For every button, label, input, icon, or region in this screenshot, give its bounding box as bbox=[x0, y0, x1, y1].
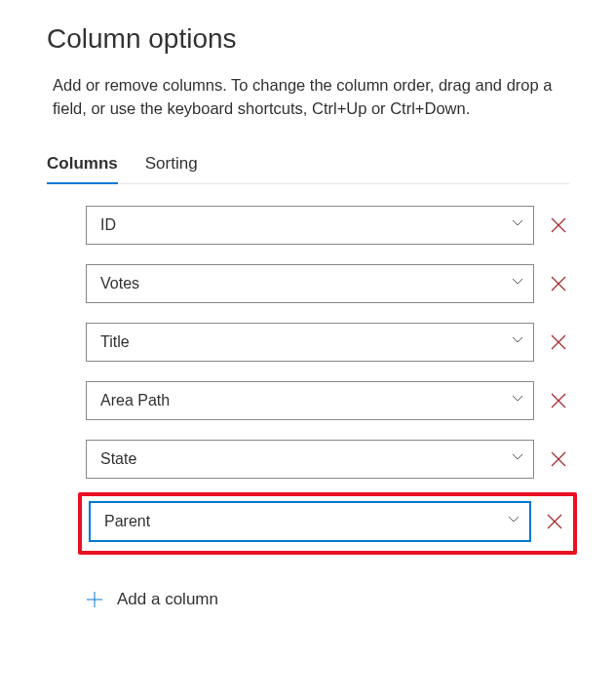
column-value: Votes bbox=[100, 275, 139, 292]
remove-column-button[interactable] bbox=[544, 511, 565, 532]
add-column-button[interactable]: Add a column bbox=[86, 590, 569, 609]
column-combo-id[interactable]: ID bbox=[86, 206, 534, 245]
column-value: ID bbox=[100, 216, 116, 234]
chevron-down-icon bbox=[508, 516, 520, 527]
tabs: Columns Sorting bbox=[47, 148, 569, 184]
column-value: State bbox=[100, 450, 136, 468]
column-combo-parent[interactable]: Parent bbox=[90, 502, 530, 541]
chevron-down-icon bbox=[512, 395, 523, 407]
plus-icon bbox=[86, 591, 103, 608]
tab-sorting[interactable]: Sorting bbox=[145, 148, 198, 183]
description-text: Add or remove columns. To change the col… bbox=[53, 74, 569, 121]
column-combo-area-path[interactable]: Area Path bbox=[86, 381, 534, 420]
chevron-down-icon bbox=[512, 453, 523, 465]
column-row: ID bbox=[86, 206, 569, 245]
chevron-down-icon bbox=[512, 336, 523, 348]
column-row: Area Path bbox=[86, 381, 569, 420]
chevron-down-icon bbox=[512, 219, 523, 231]
column-row-highlighted: Parent bbox=[78, 492, 577, 555]
column-combo-title[interactable]: Title bbox=[86, 323, 534, 362]
column-value: Parent bbox=[104, 513, 150, 530]
remove-column-button[interactable] bbox=[548, 273, 569, 294]
remove-column-button[interactable] bbox=[548, 390, 569, 411]
page-title: Column options bbox=[47, 23, 569, 55]
add-column-label: Add a column bbox=[117, 590, 218, 609]
column-row: Title bbox=[86, 323, 569, 362]
column-list: ID Votes Title bbox=[47, 206, 569, 609]
chevron-down-icon bbox=[512, 278, 523, 290]
column-combo-votes[interactable]: Votes bbox=[86, 264, 534, 303]
remove-column-button[interactable] bbox=[548, 448, 569, 470]
column-combo-state[interactable]: State bbox=[86, 440, 534, 479]
column-value: Title bbox=[100, 333, 130, 351]
column-row: Votes bbox=[86, 264, 569, 303]
column-value: Area Path bbox=[100, 392, 170, 409]
remove-column-button[interactable] bbox=[548, 331, 569, 353]
remove-column-button[interactable] bbox=[548, 214, 569, 236]
tab-columns[interactable]: Columns bbox=[47, 148, 118, 183]
column-row: State bbox=[86, 440, 569, 479]
